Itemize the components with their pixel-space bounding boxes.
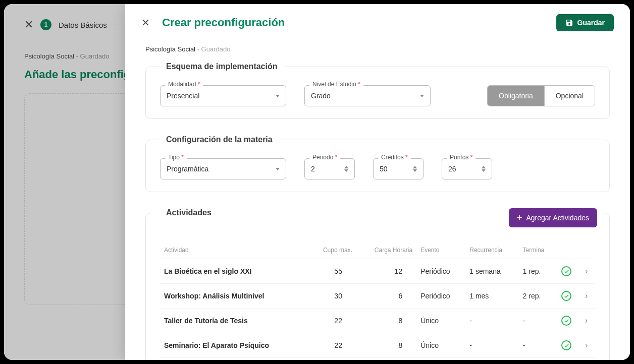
breadcrumb-subject: Psicología Social — [145, 45, 195, 53]
add-activities-label: Agregar Actividades — [526, 214, 589, 222]
table-row[interactable]: Workshop: Análisis Multinivel306Periódic… — [160, 284, 595, 309]
col-cupo: Cupo max. — [307, 241, 356, 259]
activity-carga: 8 — [356, 309, 416, 333]
breadcrumb-status: - Guardado — [197, 45, 231, 53]
puntos-label: Puntos * — [447, 154, 476, 161]
table-row[interactable]: La Bioética en el siglo XXI5512Periódico… — [160, 259, 595, 284]
activity-recurrencia: 1 semana — [465, 259, 518, 284]
status-cell — [557, 284, 581, 309]
activity-cupo: 30 — [307, 284, 356, 309]
step-up-icon[interactable] — [482, 166, 486, 168]
nivel-value: Grado — [311, 92, 331, 100]
step-down-icon[interactable] — [482, 169, 486, 172]
puntos-input[interactable]: 26 — [442, 158, 492, 179]
step-up-icon[interactable] — [413, 166, 417, 168]
table-row[interactable]: Taller de Tutoría de Tesis228Único--› — [160, 309, 595, 333]
chevron-right-icon[interactable]: › — [585, 267, 588, 275]
periodo-value: 2 — [311, 165, 315, 173]
activity-recurrencia: 3 meses — [465, 358, 518, 360]
chevron-right-icon[interactable]: › — [585, 316, 588, 325]
obligatoria-toggle: Obligatoria Opcional — [487, 85, 595, 106]
activity-termina: - — [519, 309, 558, 333]
modalidad-value: Presencial — [167, 92, 199, 100]
step-up-icon[interactable] — [344, 166, 348, 168]
chevron-down-icon — [276, 168, 280, 170]
col-actividad: Actividad — [160, 241, 307, 259]
activity-carga: 12 — [356, 259, 416, 284]
status-cell — [557, 309, 581, 333]
toggle-obligatoria[interactable]: Obligatoria — [488, 86, 545, 106]
activity-evento: Único — [416, 333, 465, 358]
modalidad-label: Modalidad * — [165, 81, 203, 88]
save-button[interactable]: Guardar — [556, 14, 614, 31]
activity-name: Taller de Tutoría de Tesis — [160, 309, 307, 333]
creditos-value: 50 — [380, 165, 388, 173]
table-row[interactable]: Seminario: El Aparato Psíquico228Único--… — [160, 333, 595, 358]
esquema-legend: Esquema de implementación — [160, 62, 284, 71]
plus-icon: + — [517, 213, 522, 222]
activity-termina: 2 rep. — [519, 284, 558, 309]
status-cell — [557, 259, 581, 284]
activity-carga: 8 — [356, 333, 416, 358]
close-icon[interactable]: ✕ — [141, 17, 150, 29]
periodo-label: Periodo * — [309, 154, 340, 161]
toggle-opcional[interactable]: Opcional — [545, 86, 595, 106]
activity-name: Workshop: Análisis Multinivel — [160, 284, 307, 309]
actividades-legend: Actividades — [160, 208, 218, 217]
check-circle-icon — [561, 291, 571, 301]
status-cell — [557, 333, 581, 358]
nivel-label: Nivel de Estudio * — [309, 81, 363, 88]
check-circle-icon — [561, 340, 571, 350]
activity-recurrencia: 1 mes — [465, 284, 518, 309]
chevron-right-icon[interactable]: › — [585, 341, 588, 349]
chevron-down-icon — [420, 95, 424, 97]
tipo-select[interactable]: Programática — [160, 158, 286, 179]
creditos-label: Créditos * — [378, 154, 411, 161]
table-row[interactable]: Workshop: Evaluación Neuro...5512Periódi… — [160, 358, 595, 360]
save-icon — [565, 19, 573, 27]
tipo-label: Tipo * — [165, 154, 187, 161]
activity-evento: Periódico — [416, 284, 465, 309]
activity-carga: 12 — [356, 358, 416, 360]
activity-recurrencia: - — [465, 309, 518, 333]
activity-name: La Bioética en el siglo XXI — [160, 259, 307, 284]
check-circle-icon — [561, 266, 571, 276]
activity-termina: - — [519, 333, 558, 358]
activity-evento: Único — [416, 309, 465, 333]
periodo-input[interactable]: 2 — [304, 158, 355, 179]
chevron-right-icon[interactable]: › — [585, 291, 588, 300]
drawer-breadcrumb: Psicología Social - Guardado — [145, 45, 610, 53]
add-activities-button[interactable]: + Agregar Actividades — [509, 208, 597, 227]
col-termina: Termina — [519, 241, 558, 259]
creditos-input[interactable]: 50 — [373, 158, 424, 179]
activity-name: Seminario: El Aparato Psíquico — [160, 333, 307, 358]
tipo-value: Programática — [167, 165, 208, 173]
activity-cupo: 22 — [307, 333, 356, 358]
step-down-icon[interactable] — [413, 169, 417, 172]
activity-name: Workshop: Evaluación Neuro... — [160, 358, 307, 360]
col-carga: Carga Horaria — [356, 241, 416, 259]
esquema-fieldset: Esquema de implementación Modalidad * Pr… — [145, 62, 610, 119]
actividades-fieldset: Actividades + Agregar Actividades Activi… — [145, 208, 610, 360]
col-evento: Evento — [416, 241, 465, 259]
activity-termina: Nunca — [519, 358, 558, 360]
puntos-value: 26 — [448, 165, 456, 173]
activity-cupo: 55 — [307, 358, 356, 360]
activity-evento: Periódico — [416, 358, 465, 360]
save-button-label: Guardar — [577, 19, 605, 27]
activity-cupo: 22 — [307, 309, 356, 333]
col-recurrencia: Recurrencia — [465, 241, 518, 259]
drawer: ✕ Crear preconfiguración Guardar Psicolo… — [125, 4, 630, 360]
chevron-down-icon — [276, 95, 280, 97]
check-circle-icon — [561, 316, 571, 326]
config-legend: Configuración de la materia — [160, 135, 279, 144]
activity-recurrencia: - — [465, 333, 518, 358]
status-cell — [557, 358, 581, 360]
activity-termina: 1 rep. — [519, 259, 558, 284]
drawer-title: Crear preconfiguración — [162, 16, 556, 29]
nivel-select[interactable]: Grado — [304, 85, 431, 106]
modalidad-select[interactable]: Presencial — [160, 85, 286, 106]
step-down-icon[interactable] — [344, 169, 348, 172]
activity-cupo: 55 — [307, 259, 356, 284]
activities-table: Actividad Cupo max. Carga Horaria Evento… — [160, 241, 595, 360]
